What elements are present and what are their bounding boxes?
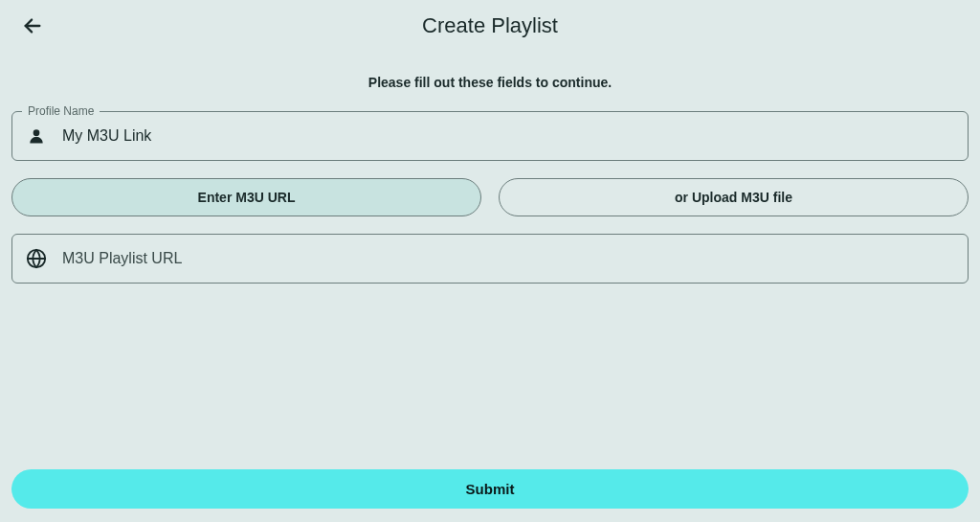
field-inner — [26, 125, 954, 147]
instruction-text: Please fill out these fields to continue… — [11, 75, 969, 90]
url-field[interactable] — [11, 234, 969, 284]
profile-name-input[interactable] — [62, 127, 954, 145]
person-icon — [26, 125, 47, 147]
profile-name-field[interactable]: Profile Name — [11, 111, 969, 161]
enter-url-tab[interactable]: Enter M3U URL — [11, 178, 481, 216]
header: Create Playlist — [0, 0, 980, 56]
field-inner — [26, 248, 954, 269]
profile-name-legend: Profile Name — [22, 104, 100, 118]
page-title: Create Playlist — [0, 13, 980, 38]
upload-file-tab[interactable]: or Upload M3U file — [499, 178, 969, 216]
content: Please fill out these fields to continue… — [0, 75, 980, 284]
svg-point-1 — [33, 129, 40, 136]
globe-icon — [26, 248, 47, 269]
submit-button[interactable]: Submit — [11, 469, 969, 509]
m3u-url-input[interactable] — [62, 250, 954, 267]
arrow-left-icon — [22, 15, 43, 39]
toggle-row: Enter M3U URL or Upload M3U file — [11, 178, 969, 216]
back-button[interactable] — [19, 13, 46, 40]
